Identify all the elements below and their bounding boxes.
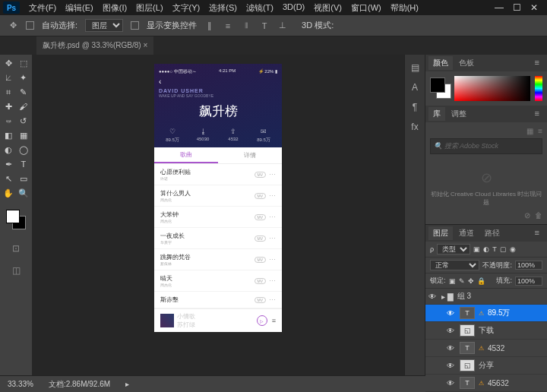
panel-menu-icon[interactable]: ≡ (530, 107, 544, 121)
tab-paths[interactable]: 路径 (480, 226, 504, 240)
crop-tool[interactable]: ⌗ (2, 85, 16, 99)
eyedropper-tool[interactable]: ✎ (17, 85, 31, 99)
wand-tool[interactable]: ✦ (17, 71, 31, 84)
menu-item[interactable]: 视图(V) (311, 1, 345, 15)
path-tool[interactable]: ↖ (2, 172, 16, 185)
brush-tool[interactable]: 🖌 (17, 100, 31, 113)
zoom-value[interactable]: 33.33% (8, 380, 33, 388)
zoom-tool[interactable]: 🔍 (17, 186, 31, 200)
paragraph-icon[interactable]: ¶ (413, 102, 417, 112)
filter-icon[interactable]: T (492, 245, 497, 253)
fill-input[interactable] (515, 277, 542, 286)
visibility-icon[interactable]: 👁 (428, 292, 438, 301)
song-row: 算什么男人周杰伦MV⋯ (154, 185, 282, 207)
visibility-icon[interactable]: 👁 (447, 379, 456, 387)
menu-item[interactable]: 编辑(E) (62, 1, 96, 15)
list-view-icon[interactable]: ≡ (538, 127, 542, 135)
heal-tool[interactable]: ✚ (2, 100, 16, 113)
visibility-icon[interactable]: 👁 (447, 327, 456, 335)
history-icon[interactable]: ▤ (411, 62, 419, 73)
maximize-button[interactable]: ☐ (513, 2, 521, 13)
document-tab[interactable]: 飙升榜.psd @ 33.3%(RGB/8) × (36, 36, 153, 55)
link-icon[interactable]: ⊘ (524, 211, 530, 220)
menu-item[interactable]: 滤镜(T) (243, 1, 277, 15)
panel-menu-icon[interactable]: ≡ (530, 226, 544, 240)
visibility-icon[interactable]: 👁 (447, 309, 456, 318)
gradient-tool[interactable]: ▦ (17, 128, 31, 142)
dodge-tool[interactable]: ◯ (17, 143, 31, 156)
song-row: 心愿便利贴许诺MV⋯ (154, 164, 282, 185)
auto-select-checkbox[interactable] (26, 21, 34, 30)
show-transform-checkbox[interactable] (131, 21, 139, 30)
auto-select-dropdown[interactable]: 图层 (85, 19, 123, 32)
styles-icon[interactable]: fx (411, 122, 418, 132)
lock-icon[interactable]: ✎ (459, 277, 465, 285)
blend-mode-dropdown[interactable]: 正常 (430, 260, 479, 270)
song-row: 一夜成长华晨宇MV⋯ (154, 228, 282, 249)
menu-item[interactable]: 图像(I) (100, 1, 130, 15)
play-button: ▷ (257, 315, 267, 326)
foreground-background[interactable] (2, 207, 30, 237)
menu-item[interactable]: 文字(Y) (169, 1, 204, 15)
lock-icon[interactable]: ▣ (449, 277, 456, 285)
history-brush-tool[interactable]: ↺ (17, 114, 31, 128)
minimize-button[interactable]: — (495, 2, 504, 13)
layer-row[interactable]: 👁T⚠45632 (425, 375, 547, 392)
tab-color[interactable]: 颜色 (428, 56, 453, 70)
tab-swatches[interactable]: 色板 (454, 56, 479, 70)
align-icon[interactable]: ≡ (223, 21, 233, 31)
menu-item[interactable]: 图层(L) (133, 1, 166, 15)
eraser-tool[interactable]: ◧ (2, 128, 16, 142)
type-tool[interactable]: T (17, 157, 31, 171)
trash-icon[interactable]: 🗑 (535, 211, 542, 220)
menu-item[interactable]: 窗口(W) (348, 1, 384, 15)
signal: ●●●●○ 中国移动 ⏦ (159, 68, 196, 75)
cloud-icon: ⊘ (430, 169, 542, 186)
lock-icon[interactable]: ✥ (468, 277, 474, 285)
status-arrow-icon[interactable]: ▸ (125, 380, 129, 388)
color-picker[interactable] (425, 71, 547, 106)
move-tool[interactable]: ✥ (2, 56, 16, 70)
tools-panel: ✥⬚ ⟀✦ ⌗✎ ✚🖌 ⎃↺ ◧▦ ◐◯ ✒T ↖▭ ✋🔍 ⊡ ◫ (0, 55, 32, 392)
filter-icon[interactable]: ◐ (483, 245, 489, 253)
layer-row[interactable]: 👁◱分享 (425, 357, 547, 375)
hand-tool[interactable]: ✋ (2, 186, 16, 200)
align-icon[interactable]: ⫴ (241, 21, 251, 31)
align-icon[interactable]: ‖ (204, 21, 215, 31)
screenmode-icon[interactable]: ⊡ (2, 238, 30, 259)
tab-layers[interactable]: 图层 (428, 226, 453, 240)
align-icon[interactable]: T (259, 21, 270, 31)
layer-row[interactable]: 👁▸ ▇组 3 (425, 289, 547, 305)
filter-icon[interactable]: ◉ (510, 245, 516, 253)
menu-item[interactable]: 文件(F) (26, 1, 59, 15)
layer-row[interactable]: 👁T⚠4532 (425, 340, 547, 357)
lock-icon[interactable]: 🔒 (477, 277, 485, 285)
grid-view-icon[interactable]: ▦ (526, 127, 533, 135)
lasso-tool[interactable]: ⟀ (2, 71, 16, 84)
filter-icon[interactable]: ▢ (500, 245, 507, 253)
layer-row[interactable]: 👁◱下载 (425, 322, 547, 340)
panel-menu-icon[interactable]: ≡ (530, 56, 544, 70)
shape-tool[interactable]: ▭ (17, 172, 31, 185)
menu-item[interactable]: 选择(S) (206, 1, 240, 15)
menu-item[interactable]: 3D(D) (280, 1, 308, 15)
visibility-icon[interactable]: 👁 (447, 344, 456, 352)
filter-icon[interactable]: ▣ (473, 245, 480, 253)
tab-channels[interactable]: 通道 (454, 226, 479, 240)
blur-tool[interactable]: ◐ (2, 143, 16, 156)
menu-item[interactable]: 帮助(H) (387, 1, 422, 15)
tab-adjustments[interactable]: 调整 (447, 107, 471, 121)
pen-tool[interactable]: ✒ (2, 157, 16, 171)
tab-libraries[interactable]: 库 (428, 107, 445, 121)
screenmode-icon[interactable]: ◫ (2, 260, 30, 281)
stamp-tool[interactable]: ⎃ (2, 114, 16, 128)
opacity-input[interactable] (515, 261, 542, 270)
filter-dropdown[interactable]: 类型 (437, 244, 470, 254)
brushes-icon[interactable]: A (412, 82, 418, 93)
layer-row[interactable]: 👁T⚠89.5万 (425, 305, 547, 322)
align-icon[interactable]: ⊥ (277, 21, 288, 31)
marquee-tool[interactable]: ⬚ (17, 56, 31, 70)
visibility-icon[interactable]: 👁 (447, 362, 456, 370)
search-input[interactable]: 🔍 搜索 Adobe Stock (430, 138, 542, 154)
close-button[interactable]: ✕ (530, 2, 538, 13)
